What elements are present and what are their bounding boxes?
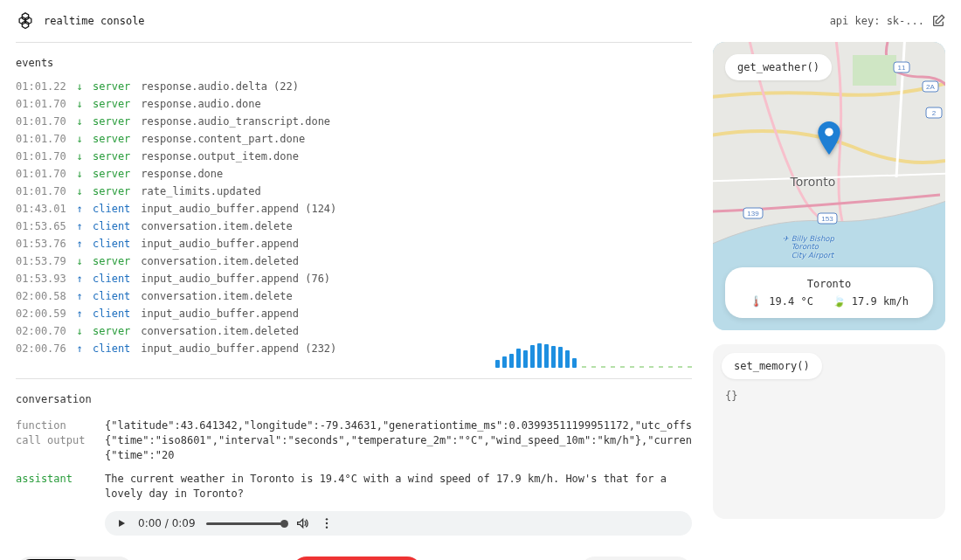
event-name: rate_limits.updated [141,183,260,200]
weather-card: Toronto 🌡️ 19.4 °C 🍃 17.9 km/h [725,267,933,318]
conversation-row: assistantThe current weather in Toronto … [16,467,692,506]
svg-text:153: 153 [821,215,833,223]
event-time: 01:53.76 [16,235,66,252]
event-row[interactable]: 01:01.70↓serverresponse.output_item.done [16,148,692,165]
app-title: realtime console [44,15,145,27]
event-time: 01:53.93 [16,270,66,287]
event-direction-icon: ↓ [73,322,86,340]
event-row[interactable]: 01:01.70↓serverresponse.audio_transcript… [16,113,692,130]
weather-city: Toronto [736,278,923,290]
event-row[interactable]: 01:01.22↓serverresponse.audio.delta (22) [16,78,692,95]
event-direction-icon: ↑ [73,287,86,305]
svg-text:2: 2 [932,109,937,117]
event-direction-icon: ↓ [73,95,86,113]
svg-text:2A: 2A [926,83,935,91]
conversation-role: function call output [16,418,94,463]
event-time: 01:01.70 [16,165,66,183]
audio-player[interactable]: 0:00 / 0:09 [105,511,692,536]
event-row[interactable]: 02:00.70↓serverconversation.item.deleted [16,322,692,340]
event-row[interactable]: 01:01.70↓serverresponse.done [16,165,692,183]
event-source: server [93,130,130,148]
event-name: response.audio.done [141,95,260,113]
event-direction-icon: ↑ [73,200,86,218]
event-source: server [93,252,130,270]
svg-point-1 [325,522,327,524]
map-city-label: Toronto [791,175,836,189]
event-time: 02:00.76 [16,340,66,357]
event-name: input_audio_buffer.append [141,305,299,322]
weather-temp: 🌡️ 19.4 °C [750,295,813,308]
svg-point-2 [325,526,327,528]
event-source: server [93,113,130,130]
conversation-role: assistant [16,472,94,501]
event-source: server [93,95,130,113]
event-row[interactable]: 02:00.58↑clientconversation.item.delete [16,287,692,305]
conversation-heading: conversation [16,379,692,414]
event-source: client [93,200,130,218]
event-direction-icon: ↑ [73,218,86,235]
disconnect-button[interactable]: disconnect [580,557,692,560]
openai-logo-icon [16,11,35,31]
map-airport-label: ✈ Billy Bishop Toronto City Airport [783,235,834,259]
event-time: 01:01.70 [16,183,66,200]
conversation-body: The current weather in Toronto is 19.4°C… [105,472,692,501]
events-heading: events [16,43,692,78]
memory-widget-title: set_memory() [722,353,822,379]
svg-point-15 [825,128,833,136]
svg-text:11: 11 [898,64,906,72]
svg-point-0 [325,518,327,520]
event-row[interactable]: 01:53.79↓serverconversation.item.deleted [16,252,692,270]
event-direction-icon: ↓ [73,252,86,270]
event-time: 01:01.70 [16,148,66,165]
event-name: input_audio_buffer.append (76) [141,270,330,287]
mode-toggle[interactable]: manual vad [16,557,134,560]
event-direction-icon: ↑ [73,305,86,322]
event-row[interactable]: 01:53.65↑clientconversation.item.delete [16,218,692,235]
svg-text:139: 139 [747,210,759,218]
event-name: input_audio_buffer.append [141,235,299,252]
event-row[interactable]: 01:53.76↑clientinput_audio_buffer.append [16,235,692,252]
event-name: conversation.item.deleted [141,322,299,340]
event-name: conversation.item.deleted [141,252,299,270]
event-source: client [93,270,130,287]
audio-time: 0:00 / 0:09 [138,517,196,529]
event-source: server [93,322,130,340]
event-row[interactable]: 01:43.01↑clientinput_audio_buffer.append… [16,200,692,218]
event-source: server [93,183,130,200]
event-source: client [93,287,130,305]
event-source: server [93,148,130,165]
api-key-label: api key: sk-... [830,15,924,27]
conversation-row: function call output{"latitude":43.64134… [16,414,692,467]
event-name: response.done [141,165,223,183]
event-time: 02:00.70 [16,322,66,340]
event-row[interactable]: 01:01.70↓serverresponse.content_part.don… [16,130,692,148]
memory-widget: set_memory() {} [713,344,945,519]
app-header: realtime console api key: sk-... [0,0,961,42]
event-source: client [93,340,130,357]
event-name: conversation.item.delete [141,218,292,235]
weather-wind: 🍃 17.9 km/h [833,295,909,308]
event-source: client [93,305,130,322]
kebab-menu-icon[interactable] [320,516,334,530]
conversation-list: function call output{"latitude":43.64134… [16,414,692,506]
event-direction-icon: ↑ [73,270,86,287]
event-direction-icon: ↓ [73,78,86,95]
event-row[interactable]: 01:01.70↓serverrate_limits.updated [16,183,692,200]
audio-progress[interactable] [206,522,285,525]
event-name: response.content_part.done [141,130,305,148]
event-row[interactable]: 02:00.59↑clientinput_audio_buffer.append [16,305,692,322]
event-direction-icon: ↓ [73,148,86,165]
event-name: response.audio.delta (22) [141,78,299,95]
event-time: 01:53.65 [16,218,66,235]
svg-rect-4 [853,55,896,86]
event-time: 01:53.79 [16,252,66,270]
release-to-send-button[interactable]: release to send [292,557,421,560]
play-icon[interactable] [115,517,128,529]
event-direction-icon: ↓ [73,130,86,148]
event-row[interactable]: 01:01.70↓serverresponse.audio.done [16,95,692,113]
event-direction-icon: ↑ [73,340,86,357]
volume-icon[interactable] [295,516,309,530]
edit-api-key-icon[interactable] [931,14,945,28]
conversation-body: {"latitude":43.641342,"longitude":-79.34… [105,418,692,463]
event-row[interactable]: 01:53.93↑clientinput_audio_buffer.append… [16,270,692,287]
